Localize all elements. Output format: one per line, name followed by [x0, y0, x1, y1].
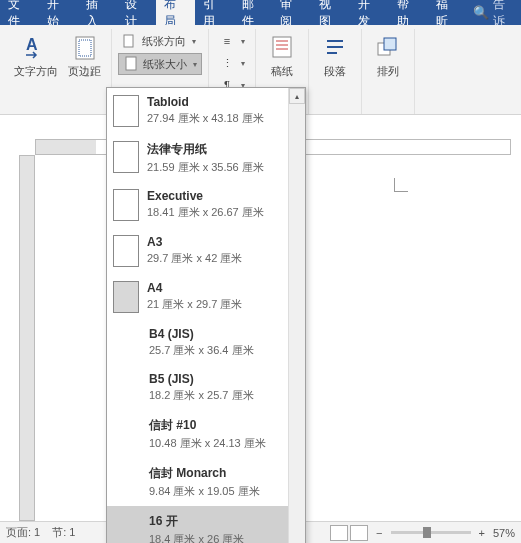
- paper-size-option[interactable]: A329.7 厘米 x 42 厘米: [107, 228, 305, 274]
- svg-rect-4: [126, 57, 136, 70]
- line-numbers-button[interactable]: ⋮▾: [215, 53, 249, 73]
- margins-button[interactable]: 页边距: [64, 29, 105, 114]
- paper-size-option[interactable]: 信封 #1010.48 厘米 x 24.13 厘米: [107, 410, 305, 458]
- page-thumb-icon: [113, 235, 139, 267]
- line-numbers-icon: ⋮: [219, 55, 235, 71]
- paper-size-dims: 18.4 厘米 x 26 厘米: [149, 532, 244, 543]
- zoom-slider-thumb[interactable]: [423, 527, 431, 538]
- menu-insert[interactable]: 插入: [78, 0, 117, 25]
- chevron-down-icon: ▾: [192, 37, 196, 46]
- text-direction-label: 文字方向: [14, 65, 58, 78]
- paper-size-dims: 21 厘米 x 29.7 厘米: [147, 297, 242, 312]
- menu-review[interactable]: 审阅: [272, 0, 311, 25]
- zoom-out-button[interactable]: −: [376, 527, 382, 539]
- paper-size-option[interactable]: Tabloid27.94 厘米 x 43.18 厘米: [107, 88, 305, 134]
- paper-size-name: 16 开: [149, 513, 244, 530]
- menu-layout[interactable]: 布局: [156, 0, 195, 25]
- paper-button[interactable]: 稿纸: [262, 29, 302, 80]
- arrange-button[interactable]: 排列: [368, 29, 408, 80]
- svg-text:A: A: [26, 36, 38, 53]
- paper-size-option[interactable]: 信封 Monarch9.84 厘米 x 19.05 厘米: [107, 458, 305, 506]
- paper-size-dims: 10.48 厘米 x 24.13 厘米: [149, 436, 266, 451]
- arrange-icon: [372, 31, 404, 63]
- menu-view[interactable]: 视图: [311, 0, 350, 25]
- orientation-button[interactable]: 纸张方向 ▾: [118, 31, 202, 51]
- menu-design[interactable]: 设计: [117, 0, 156, 25]
- paper-size-icon: [123, 56, 139, 72]
- chevron-down-icon: ▾: [241, 59, 245, 68]
- dropdown-scrollbar[interactable]: ▴: [288, 88, 305, 543]
- menubar: 文件 开始 插入 设计 布局 引用 邮件 审阅 视图 开发 帮助 福昕 🔍 告诉: [0, 0, 521, 25]
- page-thumb-icon: [113, 95, 139, 127]
- group-text-direction: A 文字方向 页边距: [4, 29, 112, 114]
- paper-size-dims: 21.59 厘米 x 35.56 厘米: [147, 160, 264, 175]
- margins-label: 页边距: [68, 65, 101, 78]
- paper-size-dims: 27.94 厘米 x 43.18 厘米: [147, 111, 264, 126]
- text-direction-icon: A: [20, 31, 52, 63]
- paper-size-name: A4: [147, 281, 242, 295]
- ruler-vertical[interactable]: [19, 155, 35, 521]
- paper-size-option[interactable]: 16 开18.4 厘米 x 26 厘米: [107, 506, 305, 543]
- page-thumb-icon: [113, 141, 139, 173]
- search-icon: 🔍: [473, 5, 489, 20]
- margin-marker: [394, 178, 408, 192]
- svg-rect-13: [384, 38, 396, 50]
- orientation-icon: [122, 33, 138, 49]
- zoom-level[interactable]: 57%: [493, 527, 515, 539]
- menu-home[interactable]: 开始: [39, 0, 78, 25]
- paper-size-name: B4 (JIS): [149, 327, 254, 341]
- paper-size-name: A3: [147, 235, 242, 249]
- view-mode-icons: [330, 525, 368, 541]
- paper-size-name: Executive: [147, 189, 264, 203]
- view-read-mode[interactable]: [350, 525, 368, 541]
- paper-size-name: 信封 Monarch: [149, 465, 260, 482]
- svg-rect-3: [124, 35, 133, 47]
- menu-mailings[interactable]: 邮件: [234, 0, 273, 25]
- paper-size-name: B5 (JIS): [149, 372, 254, 386]
- arrange-label: 排列: [377, 65, 399, 78]
- view-print-layout[interactable]: [330, 525, 348, 541]
- paper-size-dims: 29.7 厘米 x 42 厘米: [147, 251, 242, 266]
- status-page[interactable]: 页面: 1: [6, 525, 40, 540]
- chevron-down-icon: ▾: [193, 60, 197, 69]
- svg-rect-5: [273, 37, 291, 57]
- menu-help[interactable]: 帮助: [389, 0, 428, 25]
- text-direction-button[interactable]: A 文字方向: [10, 29, 62, 114]
- paper-size-name: Tabloid: [147, 95, 264, 109]
- menu-file[interactable]: 文件: [0, 0, 39, 25]
- chevron-down-icon: ▾: [241, 37, 245, 46]
- status-section[interactable]: 节: 1: [52, 525, 75, 540]
- paper-size-option[interactable]: B4 (JIS)25.7 厘米 x 36.4 厘米: [107, 320, 305, 365]
- paper-size-dims: 18.2 厘米 x 25.7 厘米: [149, 388, 254, 403]
- paper-size-dims: 9.84 厘米 x 19.05 厘米: [149, 484, 260, 499]
- tellme-search[interactable]: 🔍 告诉: [467, 0, 521, 25]
- paper-size-option[interactable]: 法律专用纸21.59 厘米 x 35.56 厘米: [107, 134, 305, 182]
- menu-developer[interactable]: 开发: [350, 0, 389, 25]
- group-arrange: 排列: [362, 29, 415, 114]
- orientation-label: 纸张方向: [142, 34, 186, 49]
- paper-size-dropdown: Tabloid27.94 厘米 x 43.18 厘米法律专用纸21.59 厘米 …: [106, 87, 306, 543]
- paper-icon: [266, 31, 298, 63]
- paper-size-option[interactable]: A421 厘米 x 29.7 厘米: [107, 274, 305, 320]
- paragraph-button[interactable]: 段落: [315, 29, 355, 80]
- paper-size-option[interactable]: B5 (JIS)18.2 厘米 x 25.7 厘米: [107, 365, 305, 410]
- paper-label: 稿纸: [271, 65, 293, 78]
- paper-size-name: 法律专用纸: [147, 141, 264, 158]
- zoom-in-button[interactable]: +: [479, 527, 485, 539]
- menu-foxit[interactable]: 福昕: [428, 0, 467, 25]
- page-thumb-icon: [113, 281, 139, 313]
- scroll-up-button[interactable]: ▴: [289, 88, 305, 104]
- breaks-icon: ≡: [219, 33, 235, 49]
- breaks-button[interactable]: ≡▾: [215, 31, 249, 51]
- paper-size-dims: 18.41 厘米 x 26.67 厘米: [147, 205, 264, 220]
- paper-size-option[interactable]: Executive18.41 厘米 x 26.67 厘米: [107, 182, 305, 228]
- menu-references[interactable]: 引用: [195, 0, 234, 25]
- paper-size-name: 信封 #10: [149, 417, 266, 434]
- margins-icon: [69, 31, 101, 63]
- paragraph-icon: [319, 31, 351, 63]
- zoom-slider[interactable]: [391, 531, 471, 534]
- paper-size-button[interactable]: 纸张大小 ▾: [118, 53, 202, 75]
- page-thumb-icon: [113, 189, 139, 221]
- group-paragraph: 段落: [309, 29, 362, 114]
- paper-size-dims: 25.7 厘米 x 36.4 厘米: [149, 343, 254, 358]
